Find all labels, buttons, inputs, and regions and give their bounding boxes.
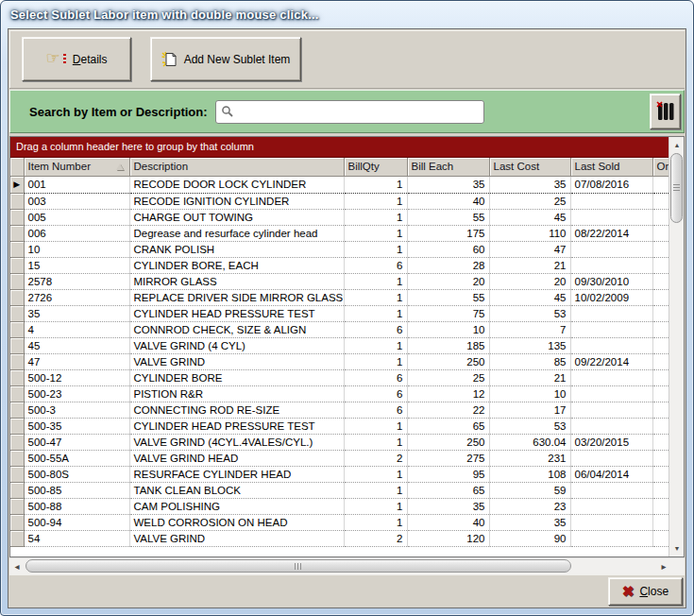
column-header-last-sold[interactable]: Last Sold <box>570 158 652 176</box>
row-selector[interactable] <box>10 369 24 385</box>
cell[interactable]: 10 <box>407 321 489 337</box>
cell[interactable]: VALVE GRIND (4 CYL) <box>129 337 344 353</box>
group-by-bar[interactable]: Drag a column header here to group by th… <box>10 137 669 158</box>
cell[interactable]: 1 <box>344 225 407 241</box>
cell[interactable]: 22 <box>407 402 489 418</box>
cell[interactable]: 85 <box>489 353 570 369</box>
cell[interactable]: Degrease and resurface cylinder head <box>129 225 344 241</box>
cell[interactable]: 09/30/2010 <box>570 273 652 289</box>
cell[interactable] <box>570 257 652 273</box>
cell[interactable]: 1 <box>344 466 407 482</box>
cell[interactable]: 7 <box>489 321 570 337</box>
column-header-bill-each[interactable]: Bill Each <box>407 158 489 176</box>
cell[interactable]: 47 <box>24 353 129 369</box>
cell[interactable]: 6 <box>344 257 407 273</box>
row-selector[interactable] <box>10 209 24 225</box>
cell[interactable]: 20 <box>407 273 489 289</box>
cell[interactable] <box>652 418 669 434</box>
cell[interactable]: 6 <box>344 369 407 385</box>
cell[interactable]: 500-55A <box>24 450 129 466</box>
cell[interactable]: 45 <box>24 337 129 353</box>
cell[interactable]: 500-3 <box>24 402 129 418</box>
row-selector[interactable] <box>10 498 24 514</box>
scroll-up-arrow-icon[interactable]: ▲ <box>669 138 685 152</box>
cell[interactable]: 54 <box>24 530 129 546</box>
cell[interactable]: 6 <box>344 385 407 402</box>
cell[interactable] <box>652 193 669 209</box>
cell[interactable]: 003 <box>24 193 129 209</box>
cell[interactable] <box>652 369 669 385</box>
row-selector[interactable] <box>10 385 24 402</box>
table-row[interactable]: 47VALVE GRIND12508509/22/2014 <box>10 353 669 369</box>
cell[interactable]: 35 <box>489 514 570 530</box>
cell[interactable] <box>652 241 669 257</box>
row-selector[interactable] <box>10 273 24 289</box>
cell[interactable]: 90 <box>489 530 570 546</box>
row-selector[interactable] <box>10 530 24 546</box>
cell[interactable]: CYLINDER BORE <box>129 369 344 385</box>
table-row[interactable]: 15CYLINDER BORE, EACH62821 <box>10 257 669 273</box>
cell[interactable] <box>652 450 669 466</box>
cell[interactable]: VALVE GRIND <box>129 530 344 546</box>
cell[interactable]: 45 <box>489 289 570 305</box>
table-row[interactable]: ▶001RECODE DOOR LOCK CYLINDER1353507/08/… <box>10 176 669 193</box>
cell[interactable]: 1 <box>344 498 407 514</box>
cell[interactable]: 1 <box>344 209 407 225</box>
cell[interactable]: 95 <box>407 466 489 482</box>
cell[interactable]: CAM POLISHING <box>129 498 344 514</box>
cell[interactable]: 2 <box>344 450 407 466</box>
row-selector[interactable] <box>10 337 24 353</box>
cell[interactable]: 10/02/2009 <box>570 289 652 305</box>
cell[interactable]: 25 <box>407 369 489 385</box>
cell[interactable]: 175 <box>407 225 489 241</box>
cell[interactable] <box>570 321 652 337</box>
details-button[interactable]: ☞ Details <box>22 37 131 81</box>
cell[interactable] <box>570 402 652 418</box>
cell[interactable] <box>652 385 669 402</box>
cell[interactable]: 2578 <box>24 273 129 289</box>
cell[interactable]: 53 <box>489 305 570 321</box>
row-selector[interactable] <box>10 225 24 241</box>
row-selector[interactable] <box>10 450 24 466</box>
cell[interactable]: 21 <box>489 257 570 273</box>
column-header-on[interactable]: On <box>652 158 669 176</box>
scroll-right-arrow-icon[interactable]: ▸ <box>656 558 671 574</box>
cell[interactable]: 75 <box>407 305 489 321</box>
cell[interactable] <box>652 482 669 498</box>
row-selector[interactable] <box>10 321 24 337</box>
cell[interactable]: 21 <box>489 369 570 385</box>
cell[interactable] <box>652 337 669 353</box>
cell[interactable] <box>652 176 669 193</box>
cell[interactable]: CHARGE OUT TOWING <box>129 209 344 225</box>
table-row[interactable]: 005CHARGE OUT TOWING15545 <box>10 209 669 225</box>
column-header-item-number[interactable]: Item Number <box>24 158 129 176</box>
cell[interactable]: 40 <box>407 193 489 209</box>
cell[interactable]: 1 <box>344 482 407 498</box>
row-selector[interactable] <box>10 402 24 418</box>
table-row[interactable]: 4CONNROD CHECK, SIZE & ALIGN6107 <box>10 321 669 337</box>
row-selector[interactable] <box>10 289 24 305</box>
cell[interactable]: 1 <box>344 289 407 305</box>
cell[interactable]: 1 <box>344 418 407 434</box>
row-selector[interactable] <box>10 514 24 530</box>
cell[interactable] <box>652 434 669 450</box>
cell[interactable]: 40 <box>407 514 489 530</box>
cell[interactable] <box>652 514 669 530</box>
cell[interactable] <box>570 369 652 385</box>
cell[interactable]: 500-23 <box>24 385 129 402</box>
cell[interactable]: 500-85 <box>24 482 129 498</box>
cell[interactable] <box>652 257 669 273</box>
table-row[interactable]: 45VALVE GRIND (4 CYL)1185135 <box>10 337 669 353</box>
search-input[interactable] <box>234 100 483 124</box>
cell[interactable] <box>652 273 669 289</box>
cell[interactable]: 59 <box>489 482 570 498</box>
cell[interactable]: 231 <box>489 450 570 466</box>
scroll-left-arrow-icon[interactable]: ◂ <box>9 558 25 574</box>
cell[interactable] <box>570 337 652 353</box>
cell[interactable]: 15 <box>24 257 129 273</box>
cell[interactable]: 500-88 <box>24 498 129 514</box>
cell[interactable] <box>570 482 652 498</box>
cell[interactable]: REPLACE DRIVER SIDE MIRROR GLASS <box>129 289 344 305</box>
cell[interactable] <box>652 305 669 321</box>
cell[interactable] <box>652 225 669 241</box>
